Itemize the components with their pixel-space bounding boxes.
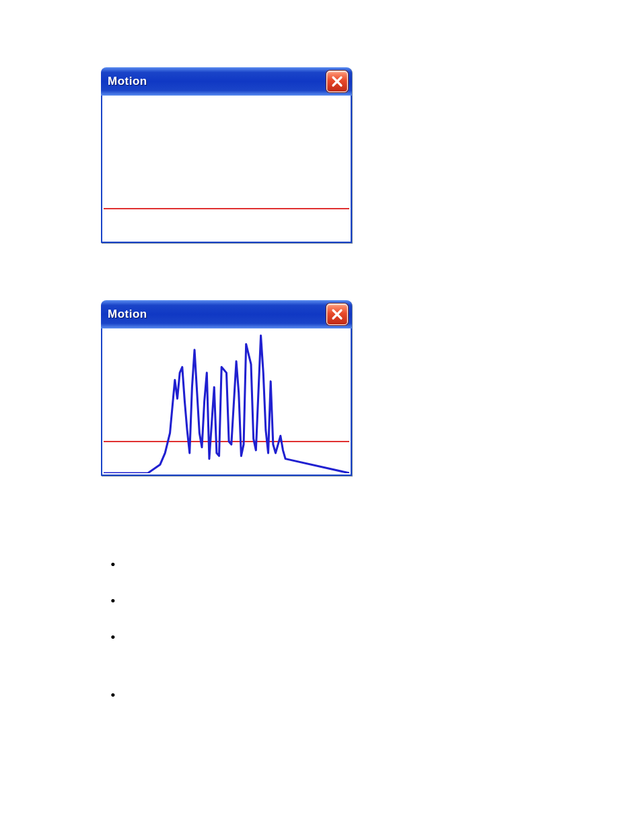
list-item — [110, 593, 548, 609]
close-icon — [331, 308, 343, 320]
close-button[interactable] — [326, 71, 348, 92]
close-icon — [331, 75, 343, 88]
motion-window-active: Motion — [101, 300, 352, 476]
title-bar[interactable]: Motion — [101, 67, 352, 96]
chart-area-empty — [101, 96, 352, 243]
window-title: Motion — [108, 75, 147, 88]
close-button[interactable] — [326, 304, 348, 325]
motion-chart-active — [104, 330, 349, 473]
motion-chart-empty — [104, 97, 349, 240]
window-title: Motion — [108, 308, 147, 321]
title-bar[interactable]: Motion — [101, 300, 352, 328]
list-item — [110, 687, 548, 703]
chart-area-active — [101, 328, 352, 476]
list-item — [110, 629, 548, 645]
bullet-list — [101, 557, 548, 704]
motion-window-empty: Motion — [101, 67, 352, 243]
list-item — [110, 557, 548, 573]
